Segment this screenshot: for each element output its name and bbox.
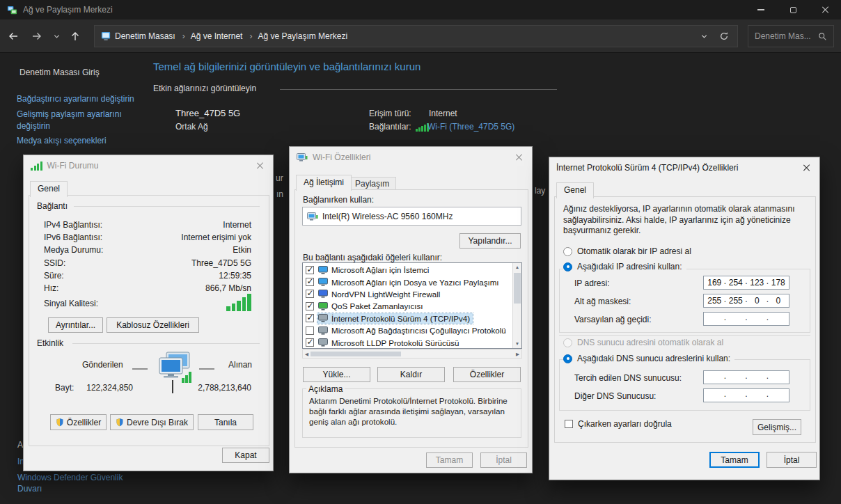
radio-icon[interactable] [563,262,572,271]
search-icon[interactable] [818,32,827,41]
network-item-icon [318,278,328,286]
search-box [748,25,834,47]
list-item[interactable]: Microsoft LLDP Protokolü Sürücüsü [303,336,512,348]
properties-button[interactable]: Özellikler [50,414,107,430]
radio-icon[interactable] [563,247,572,256]
ip-address-field[interactable]: 169254123178 [703,276,789,290]
wifi-status-icon [31,162,42,171]
wifi-properties-titlebar[interactable]: Wi-Fi Özellikleri [290,147,532,168]
sidebar-home-link[interactable]: Denetim Masası Giriş [19,68,100,77]
ok-button[interactable]: Tamam [426,452,473,468]
breadcrumb-item-control-panel[interactable]: Denetim Masası [115,31,191,41]
item-checkbox[interactable] [306,338,314,347]
item-checkbox[interactable] [306,290,314,298]
sidebar-link-advanced-sharing-settings[interactable]: Gelişmiş paylaşım ayarlarını değiştirin [17,109,139,132]
validate-checkbox[interactable] [565,420,573,428]
sidebar-link-change-adapter-settings[interactable]: Bağdaştırıcı ayarlarını değiştirin [17,93,134,105]
item-checkbox[interactable] [306,326,314,335]
close-icon[interactable] [515,153,523,162]
list-item[interactable]: NordVPN LightWeight Firewall [303,288,512,300]
wifi-connection-link[interactable]: Wi-Fi (Three_47D5 5G) [427,122,514,132]
wifi-status-titlebar[interactable]: Wi-Fi Durumu [24,155,273,176]
radio-icon[interactable] [563,354,572,363]
horizontal-scrollbar[interactable]: ◀ ▶ [302,349,522,359]
configure-button[interactable]: Yapılandır... [459,233,521,249]
tab-general[interactable]: Genel [556,182,594,198]
ok-button[interactable]: Tamam [709,452,760,468]
install-button[interactable]: Yükle... [303,367,370,382]
connection-group-label: Bağlantı [37,201,70,211]
refresh-icon[interactable] [719,31,729,41]
list-item[interactable]: İnternet Protokolü Sürüm 4 (TCP/IPv4) [303,313,512,324]
up-button[interactable] [66,27,84,45]
address-bar[interactable]: Denetim Masası Ağ ve Internet Ağ ve Payl… [94,25,738,47]
list-item[interactable]: Microsoft Ağları için Dosya ve Yazıcı Pa… [303,276,512,288]
search-input[interactable] [755,31,815,41]
activity-group-label: Etkinlik [37,338,65,348]
close-icon [822,6,829,14]
advanced-button[interactable]: Gelişmiş... [753,419,801,435]
close-button[interactable] [809,0,841,19]
sidebar-link-media-streaming-options[interactable]: Medya akışı seçenekleri [17,135,107,147]
maximize-button[interactable] [777,0,809,19]
item-checkbox[interactable] [306,266,314,274]
item-checkbox[interactable] [306,302,314,310]
tab-general[interactable]: Genel [30,181,68,197]
forward-button[interactable] [28,27,46,45]
default-gateway-field[interactable] [703,312,789,326]
radio-use-ip[interactable]: Aşağıdaki IP adresini kullan: [563,261,686,272]
adapter-name: Intel(R) Wireless-AC 9560 160MHz [322,212,453,221]
vertical-scrollbar[interactable]: ▲ ▼ [512,263,521,348]
list-item[interactable]: QoS Paket Zamanlayıcısı [303,300,512,312]
ipv4-properties-titlebar[interactable]: İnternet Protokolü Sürüm 4 (TCP/IPv4) Öz… [549,157,819,178]
network-item-icon [318,314,328,322]
validate-settings-row[interactable]: Çıkarken ayarları doğrula [565,419,672,429]
occluded-text-fragment: lay [535,186,545,196]
details-button[interactable]: Ayrıntılar... [48,317,103,333]
scroll-right-icon[interactable]: ▶ [516,350,519,359]
item-checkbox[interactable] [306,314,314,322]
subnet-mask-field[interactable]: 25525500 [703,294,789,308]
minimize-button[interactable] [745,0,777,19]
close-icon[interactable] [256,162,264,170]
radio-auto-ip[interactable]: Otomatik olarak bir IP adresi al [563,246,691,256]
close-dialog-button[interactable]: Kapat [222,448,269,463]
breadcrumb-item-network-sharing-center[interactable]: Ağ ve Paylaşım Merkezi [258,31,347,41]
disable-button[interactable]: Devre Dışı Bırak [110,414,194,430]
item-checkbox[interactable] [306,278,314,286]
titlebar: Ağ ve Paylaşım Merkezi [0,0,841,19]
scroll-up-icon[interactable]: ▲ [513,263,521,271]
item-properties-button[interactable]: Özellikler [453,367,521,382]
tab-networking[interactable]: Ağ İletişimi [296,175,352,191]
octet [704,389,725,402]
list-item[interactable]: Microsoft Ağ Bağdaştırıcısı Çoğullayıcı … [303,324,512,336]
windows-defender-firewall-link[interactable]: Windows Defender Güvenlik Duvarı [17,472,134,494]
dialog-title: Wi-Fi Durumu [47,161,99,171]
address-dropdown-icon[interactable] [700,33,708,40]
status-row-label: IPv6 Bağlantısı: [44,233,102,242]
item-label: Microsoft Ağları için İstemci [331,265,429,274]
list-item[interactable]: Microsoft Ağları için İstemci [303,264,512,276]
diagnose-button[interactable]: Tanıla [198,414,253,430]
close-icon[interactable] [803,164,810,172]
octet [746,389,768,402]
radio-icon[interactable] [563,338,572,347]
scroll-left-icon[interactable]: ◀ [305,350,308,359]
scrollbar-thumb[interactable] [311,352,401,356]
radio-use-dns[interactable]: Aşağıdaki DNS sunucu adreslerini kullan: [563,353,734,364]
recent-pages-button[interactable] [50,27,63,45]
cancel-button[interactable]: İptal [767,452,817,468]
octet: 123 [746,276,768,289]
radio-auto-dns[interactable]: DNS sunucu adresini otomatik olarak al [563,338,723,347]
breadcrumb-item-network-internet[interactable]: Ağ ve Internet [191,31,258,41]
back-button[interactable] [4,27,22,45]
wireless-properties-button[interactable]: Kablosuz Özellikleri [107,317,199,333]
cancel-button[interactable]: İptal [480,452,527,468]
preferred-dns-field[interactable] [703,370,789,384]
scroll-down-icon[interactable]: ▼ [513,340,521,348]
network-item-icon [318,302,328,310]
octet: 178 [768,276,789,289]
scrollbar-thumb[interactable] [514,273,521,304]
uninstall-button[interactable]: Kaldır [377,367,445,382]
alternate-dns-field[interactable] [703,388,789,402]
